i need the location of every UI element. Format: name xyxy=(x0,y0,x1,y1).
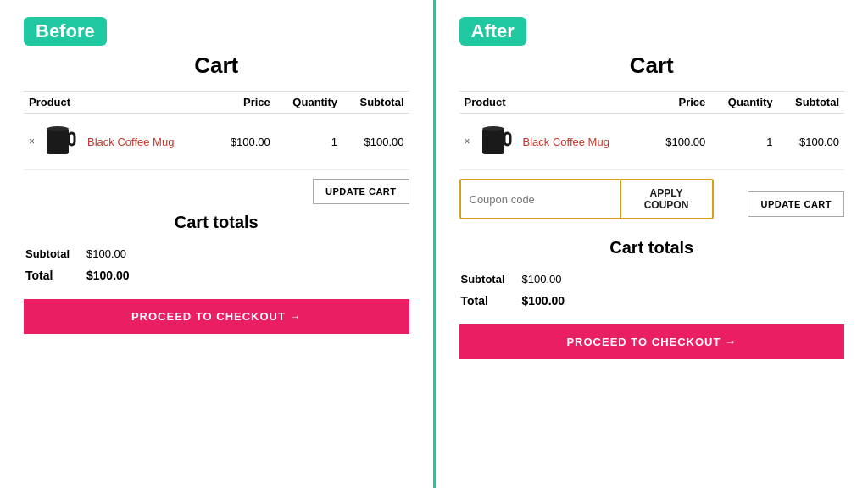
coupon-section: APPLY COUPON xyxy=(459,179,714,219)
after-cart-totals-title: Cart totals xyxy=(459,238,845,258)
after-price: $100.00 xyxy=(649,114,710,170)
after-subtotal-label: Subtotal xyxy=(461,269,520,289)
after-subtotal-row: Subtotal $100.00 xyxy=(461,269,843,289)
after-checkout-button[interactable]: PROCEED TO CHECKOUT → xyxy=(459,324,845,359)
before-col-product: Product xyxy=(24,92,214,114)
after-total-value: $100.00 xyxy=(522,291,843,311)
after-remove-button[interactable]: × xyxy=(465,136,470,147)
after-total-label: Total xyxy=(461,291,520,311)
svg-rect-0 xyxy=(47,129,69,154)
before-total-row: Total $100.00 xyxy=(25,265,408,286)
apply-coupon-button[interactable]: APPLY COUPON xyxy=(620,180,712,218)
after-panel: After Cart Product Price Quantity Subtot… xyxy=(436,0,869,488)
before-badge: Before xyxy=(24,17,107,46)
before-subtotal-row: Subtotal $100.00 xyxy=(25,244,408,263)
after-cart-totals: Cart totals Subtotal $100.00 Total $100.… xyxy=(459,238,845,359)
before-cart-table: Product Price Quantity Subtotal × Bla xyxy=(24,91,409,170)
before-subtotal-label: Subtotal xyxy=(25,244,85,263)
before-update-cart-button[interactable]: UPDATE CART xyxy=(313,179,409,204)
after-cart-title: Cart xyxy=(459,53,845,79)
before-col-price: Price xyxy=(214,92,275,114)
after-mug-image xyxy=(477,122,516,161)
after-totals-table: Subtotal $100.00 Total $100.00 xyxy=(459,268,845,313)
before-product-link[interactable]: Black Coffee Mug xyxy=(87,136,174,148)
before-subtotal-value: $100.00 xyxy=(86,244,408,263)
table-row: × Black Coffee Mug $100.00 1 $100.00 xyxy=(459,114,845,170)
after-cart-table: Product Price Quantity Subtotal × Bla xyxy=(459,91,845,170)
after-col-quantity: Quantity xyxy=(710,92,777,114)
before-cart-totals: Cart totals Subtotal $100.00 Total $100.… xyxy=(24,213,409,334)
svg-point-2 xyxy=(47,126,69,131)
before-panel: Before Cart Product Price Quantity Subto… xyxy=(0,0,436,488)
before-col-quantity: Quantity xyxy=(275,92,342,114)
svg-point-5 xyxy=(482,126,504,131)
before-subtotal: $100.00 xyxy=(342,114,409,170)
after-total-row: Total $100.00 xyxy=(461,291,843,311)
before-col-subtotal: Subtotal xyxy=(342,92,409,114)
before-checkout-button[interactable]: PROCEED TO CHECKOUT → xyxy=(24,299,409,334)
before-cart-title: Cart xyxy=(24,53,409,79)
before-cart-totals-title: Cart totals xyxy=(24,213,409,232)
svg-rect-4 xyxy=(504,133,510,145)
after-action-row: APPLY COUPON UPDATE CART xyxy=(459,179,845,230)
table-row: × Black Coffee Mug $100.00 1 $100.00 xyxy=(24,114,409,170)
after-product-link[interactable]: Black Coffee Mug xyxy=(523,136,609,148)
after-col-price: Price xyxy=(649,92,710,114)
after-badge: After xyxy=(459,17,526,46)
before-totals-table: Subtotal $100.00 Total $100.00 xyxy=(24,242,409,287)
before-action-row: UPDATE CART xyxy=(24,179,409,204)
after-quantity: 1 xyxy=(710,114,777,170)
before-price: $100.00 xyxy=(214,114,275,170)
after-subtotal-value: $100.00 xyxy=(522,269,843,289)
after-col-product: Product xyxy=(459,92,650,114)
after-product-cell: × Black Coffee Mug xyxy=(465,122,645,161)
before-product-cell: × Black Coffee Mug xyxy=(29,122,209,161)
before-quantity: 1 xyxy=(275,114,342,170)
svg-rect-3 xyxy=(482,129,504,154)
coupon-input[interactable] xyxy=(461,186,620,213)
after-col-subtotal: Subtotal xyxy=(778,92,844,114)
svg-rect-1 xyxy=(69,133,75,145)
before-total-label: Total xyxy=(25,265,85,286)
after-subtotal: $100.00 xyxy=(778,114,844,170)
before-remove-button[interactable]: × xyxy=(29,136,35,147)
before-total-value: $100.00 xyxy=(86,265,408,286)
before-mug-image xyxy=(42,122,81,161)
after-update-cart-button[interactable]: UPDATE CART xyxy=(748,191,844,217)
